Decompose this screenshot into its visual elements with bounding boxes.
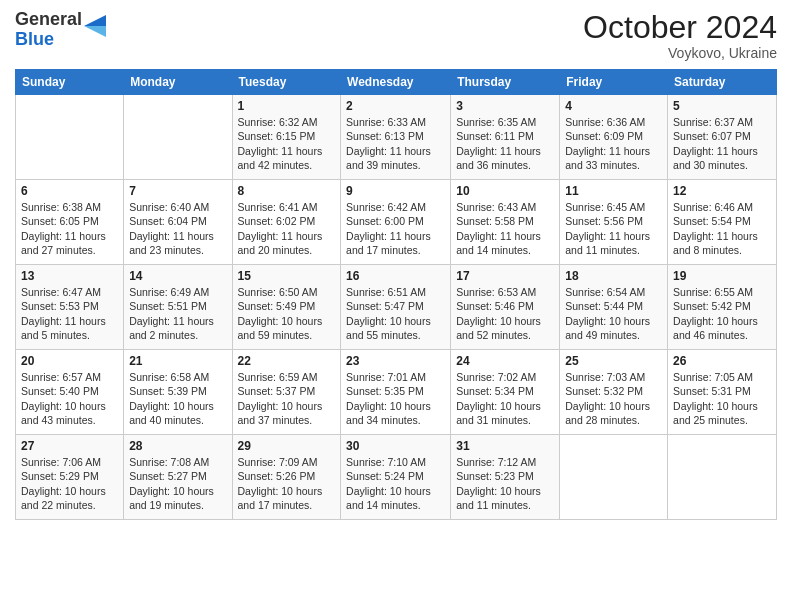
calendar-cell: 24Sunrise: 7:02 AM Sunset: 5:34 PM Dayli… — [451, 350, 560, 435]
day-info: Sunrise: 6:55 AM Sunset: 5:42 PM Dayligh… — [673, 285, 771, 342]
day-info: Sunrise: 6:59 AM Sunset: 5:37 PM Dayligh… — [238, 370, 336, 427]
day-info: Sunrise: 7:10 AM Sunset: 5:24 PM Dayligh… — [346, 455, 445, 512]
day-info: Sunrise: 6:58 AM Sunset: 5:39 PM Dayligh… — [129, 370, 226, 427]
day-info: Sunrise: 6:35 AM Sunset: 6:11 PM Dayligh… — [456, 115, 554, 172]
day-info: Sunrise: 6:36 AM Sunset: 6:09 PM Dayligh… — [565, 115, 662, 172]
calendar-cell: 19Sunrise: 6:55 AM Sunset: 5:42 PM Dayli… — [668, 265, 777, 350]
day-number: 5 — [673, 99, 771, 113]
calendar-cell: 4Sunrise: 6:36 AM Sunset: 6:09 PM Daylig… — [560, 95, 668, 180]
weekday-header-sunday: Sunday — [16, 70, 124, 95]
calendar-cell: 6Sunrise: 6:38 AM Sunset: 6:05 PM Daylig… — [16, 180, 124, 265]
week-row-2: 6Sunrise: 6:38 AM Sunset: 6:05 PM Daylig… — [16, 180, 777, 265]
svg-marker-1 — [84, 26, 106, 37]
day-number: 23 — [346, 354, 445, 368]
day-number: 14 — [129, 269, 226, 283]
calendar-cell: 12Sunrise: 6:46 AM Sunset: 5:54 PM Dayli… — [668, 180, 777, 265]
week-row-5: 27Sunrise: 7:06 AM Sunset: 5:29 PM Dayli… — [16, 435, 777, 520]
day-number: 3 — [456, 99, 554, 113]
day-number: 18 — [565, 269, 662, 283]
day-info: Sunrise: 6:50 AM Sunset: 5:49 PM Dayligh… — [238, 285, 336, 342]
day-info: Sunrise: 6:32 AM Sunset: 6:15 PM Dayligh… — [238, 115, 336, 172]
day-number: 22 — [238, 354, 336, 368]
weekday-header-wednesday: Wednesday — [341, 70, 451, 95]
week-row-3: 13Sunrise: 6:47 AM Sunset: 5:53 PM Dayli… — [16, 265, 777, 350]
title-block: October 2024 Voykovo, Ukraine — [583, 10, 777, 61]
logo: General Blue — [15, 10, 106, 50]
calendar-cell: 5Sunrise: 6:37 AM Sunset: 6:07 PM Daylig… — [668, 95, 777, 180]
day-info: Sunrise: 6:49 AM Sunset: 5:51 PM Dayligh… — [129, 285, 226, 342]
weekday-header-row: SundayMondayTuesdayWednesdayThursdayFrid… — [16, 70, 777, 95]
calendar-cell: 9Sunrise: 6:42 AM Sunset: 6:00 PM Daylig… — [341, 180, 451, 265]
weekday-header-monday: Monday — [124, 70, 232, 95]
calendar-cell: 14Sunrise: 6:49 AM Sunset: 5:51 PM Dayli… — [124, 265, 232, 350]
day-info: Sunrise: 6:33 AM Sunset: 6:13 PM Dayligh… — [346, 115, 445, 172]
day-info: Sunrise: 6:37 AM Sunset: 6:07 PM Dayligh… — [673, 115, 771, 172]
month-title: October 2024 — [583, 10, 777, 45]
day-info: Sunrise: 7:09 AM Sunset: 5:26 PM Dayligh… — [238, 455, 336, 512]
day-info: Sunrise: 7:12 AM Sunset: 5:23 PM Dayligh… — [456, 455, 554, 512]
day-info: Sunrise: 6:41 AM Sunset: 6:02 PM Dayligh… — [238, 200, 336, 257]
day-number: 20 — [21, 354, 118, 368]
day-info: Sunrise: 7:05 AM Sunset: 5:31 PM Dayligh… — [673, 370, 771, 427]
day-number: 4 — [565, 99, 662, 113]
calendar-cell: 3Sunrise: 6:35 AM Sunset: 6:11 PM Daylig… — [451, 95, 560, 180]
day-info: Sunrise: 7:08 AM Sunset: 5:27 PM Dayligh… — [129, 455, 226, 512]
day-number: 1 — [238, 99, 336, 113]
day-number: 9 — [346, 184, 445, 198]
day-info: Sunrise: 6:47 AM Sunset: 5:53 PM Dayligh… — [21, 285, 118, 342]
day-info: Sunrise: 6:51 AM Sunset: 5:47 PM Dayligh… — [346, 285, 445, 342]
day-info: Sunrise: 6:54 AM Sunset: 5:44 PM Dayligh… — [565, 285, 662, 342]
day-number: 8 — [238, 184, 336, 198]
day-info: Sunrise: 7:03 AM Sunset: 5:32 PM Dayligh… — [565, 370, 662, 427]
page: General Blue October 2024 Voykovo, Ukrai… — [0, 0, 792, 612]
calendar-cell: 7Sunrise: 6:40 AM Sunset: 6:04 PM Daylig… — [124, 180, 232, 265]
calendar-cell: 29Sunrise: 7:09 AM Sunset: 5:26 PM Dayli… — [232, 435, 341, 520]
calendar-table: SundayMondayTuesdayWednesdayThursdayFrid… — [15, 69, 777, 520]
logo-blue: Blue — [15, 29, 54, 49]
weekday-header-tuesday: Tuesday — [232, 70, 341, 95]
weekday-header-friday: Friday — [560, 70, 668, 95]
day-number: 30 — [346, 439, 445, 453]
day-info: Sunrise: 6:38 AM Sunset: 6:05 PM Dayligh… — [21, 200, 118, 257]
day-info: Sunrise: 7:01 AM Sunset: 5:35 PM Dayligh… — [346, 370, 445, 427]
calendar-cell: 1Sunrise: 6:32 AM Sunset: 6:15 PM Daylig… — [232, 95, 341, 180]
calendar-cell: 11Sunrise: 6:45 AM Sunset: 5:56 PM Dayli… — [560, 180, 668, 265]
day-info: Sunrise: 7:02 AM Sunset: 5:34 PM Dayligh… — [456, 370, 554, 427]
svg-marker-0 — [84, 15, 106, 26]
day-number: 16 — [346, 269, 445, 283]
day-number: 28 — [129, 439, 226, 453]
calendar-cell: 25Sunrise: 7:03 AM Sunset: 5:32 PM Dayli… — [560, 350, 668, 435]
day-info: Sunrise: 7:06 AM Sunset: 5:29 PM Dayligh… — [21, 455, 118, 512]
day-number: 25 — [565, 354, 662, 368]
calendar-cell: 23Sunrise: 7:01 AM Sunset: 5:35 PM Dayli… — [341, 350, 451, 435]
calendar-cell: 2Sunrise: 6:33 AM Sunset: 6:13 PM Daylig… — [341, 95, 451, 180]
weekday-header-saturday: Saturday — [668, 70, 777, 95]
day-number: 7 — [129, 184, 226, 198]
location-subtitle: Voykovo, Ukraine — [583, 45, 777, 61]
day-number: 29 — [238, 439, 336, 453]
calendar-cell: 22Sunrise: 6:59 AM Sunset: 5:37 PM Dayli… — [232, 350, 341, 435]
day-number: 27 — [21, 439, 118, 453]
header: General Blue October 2024 Voykovo, Ukrai… — [15, 10, 777, 61]
calendar-cell: 20Sunrise: 6:57 AM Sunset: 5:40 PM Dayli… — [16, 350, 124, 435]
calendar-cell — [124, 95, 232, 180]
day-info: Sunrise: 6:46 AM Sunset: 5:54 PM Dayligh… — [673, 200, 771, 257]
calendar-cell: 8Sunrise: 6:41 AM Sunset: 6:02 PM Daylig… — [232, 180, 341, 265]
day-info: Sunrise: 6:43 AM Sunset: 5:58 PM Dayligh… — [456, 200, 554, 257]
calendar-cell — [560, 435, 668, 520]
logo-triangle-icon — [84, 15, 106, 37]
calendar-cell: 17Sunrise: 6:53 AM Sunset: 5:46 PM Dayli… — [451, 265, 560, 350]
calendar-cell: 15Sunrise: 6:50 AM Sunset: 5:49 PM Dayli… — [232, 265, 341, 350]
day-number: 19 — [673, 269, 771, 283]
calendar-cell: 18Sunrise: 6:54 AM Sunset: 5:44 PM Dayli… — [560, 265, 668, 350]
calendar-cell: 28Sunrise: 7:08 AM Sunset: 5:27 PM Dayli… — [124, 435, 232, 520]
day-info: Sunrise: 6:45 AM Sunset: 5:56 PM Dayligh… — [565, 200, 662, 257]
calendar-cell — [16, 95, 124, 180]
calendar-cell: 21Sunrise: 6:58 AM Sunset: 5:39 PM Dayli… — [124, 350, 232, 435]
logo-text: General Blue — [15, 10, 106, 50]
day-info: Sunrise: 6:53 AM Sunset: 5:46 PM Dayligh… — [456, 285, 554, 342]
day-number: 31 — [456, 439, 554, 453]
calendar-cell: 30Sunrise: 7:10 AM Sunset: 5:24 PM Dayli… — [341, 435, 451, 520]
day-number: 15 — [238, 269, 336, 283]
week-row-1: 1Sunrise: 6:32 AM Sunset: 6:15 PM Daylig… — [16, 95, 777, 180]
